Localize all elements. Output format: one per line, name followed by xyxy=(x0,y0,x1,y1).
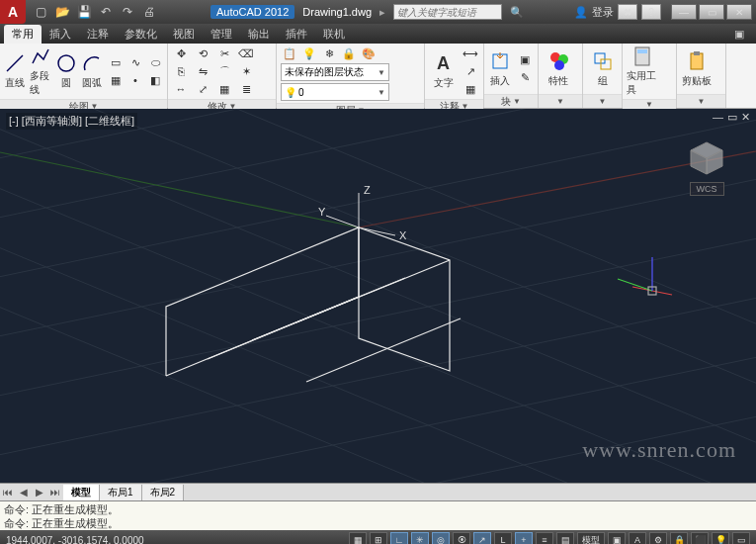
clipboard-button[interactable]: 剪贴板 xyxy=(681,50,713,88)
chevron-down-icon[interactable]: ▼ xyxy=(698,97,706,106)
edit-block-icon[interactable]: ✎ xyxy=(516,70,534,86)
exchange-icon[interactable]: ✖ xyxy=(618,4,637,20)
move-icon[interactable]: ✥ xyxy=(172,45,190,61)
close-button[interactable]: ✕ xyxy=(726,4,752,20)
osnap-toggle[interactable]: ◎ xyxy=(432,532,450,544)
workspace-icon[interactable]: ⚙ xyxy=(649,532,667,544)
scale-icon[interactable]: ⤢ xyxy=(194,81,211,97)
undo-icon[interactable]: ↶ xyxy=(97,3,115,21)
tab-parametric[interactable]: 参数化 xyxy=(117,25,165,44)
tab-online[interactable]: 联机 xyxy=(315,25,353,44)
new-icon[interactable]: ▢ xyxy=(32,3,49,21)
layer-combo[interactable]: 💡0 ▼ xyxy=(281,83,389,101)
ribbon-expand-icon[interactable]: ▣ xyxy=(726,26,752,43)
save-icon[interactable]: 💾 xyxy=(75,3,93,21)
rotate-icon[interactable]: ⟲ xyxy=(194,45,211,61)
tab-home[interactable]: 常用 xyxy=(4,25,42,44)
viewport-minimize-icon[interactable]: — xyxy=(713,111,723,124)
user-icon[interactable]: 👤 xyxy=(574,6,588,19)
3dosnap-toggle[interactable]: ⦿ xyxy=(453,532,470,544)
tab-prev-icon[interactable]: ◀ xyxy=(16,487,32,498)
snap-toggle[interactable]: ▦ xyxy=(349,532,367,544)
tab-insert[interactable]: 插入 xyxy=(42,25,79,44)
explode-icon[interactable]: ✶ xyxy=(237,63,255,79)
otrack-toggle[interactable]: ↗ xyxy=(473,532,491,544)
search-icon[interactable]: 🔍 xyxy=(510,6,524,19)
grid-toggle[interactable]: ⊞ xyxy=(370,532,387,544)
layer-freeze-icon[interactable]: ❄ xyxy=(320,45,338,61)
group-button[interactable]: 组 xyxy=(587,50,618,88)
wcs-label[interactable]: WCS xyxy=(690,182,724,196)
trim-icon[interactable]: ✂ xyxy=(215,45,233,61)
viewcube[interactable] xyxy=(687,138,726,178)
dimension-icon[interactable]: ⟷ xyxy=(462,45,479,61)
dyn-toggle[interactable]: + xyxy=(515,532,533,544)
print-icon[interactable]: 🖨 xyxy=(140,3,158,21)
coordinates[interactable]: 1944.0007, -3016.1574, 0.0000 xyxy=(6,535,184,545)
layer-lock-icon[interactable]: 🔒 xyxy=(340,45,358,61)
tab-first-icon[interactable]: ⏮ xyxy=(0,487,16,498)
annotation-scale-icon[interactable]: A xyxy=(629,532,646,544)
tab-last-icon[interactable]: ⏭ xyxy=(47,487,63,498)
properties-button[interactable]: 特性 xyxy=(543,50,574,88)
tab-layout2[interactable]: 布局2 xyxy=(142,485,185,500)
tpy-toggle[interactable]: ▤ xyxy=(556,532,574,544)
copy-icon[interactable]: ⎘ xyxy=(172,63,190,79)
ellipse-icon[interactable]: ⬭ xyxy=(146,54,164,70)
tab-output[interactable]: 输出 xyxy=(240,25,278,44)
tab-annotate[interactable]: 注释 xyxy=(79,25,117,44)
login-label[interactable]: 登录 xyxy=(592,5,614,20)
tab-manage[interactable]: 管理 xyxy=(203,25,240,44)
chevron-down-icon[interactable]: ▼ xyxy=(556,97,564,106)
polar-toggle[interactable]: ✳ xyxy=(411,532,429,544)
spline-icon[interactable]: ∿ xyxy=(126,54,144,70)
open-icon[interactable]: 📂 xyxy=(53,3,71,21)
tab-layout1[interactable]: 布局1 xyxy=(100,485,142,500)
lock-ui-icon[interactable]: 🔒 xyxy=(670,532,688,544)
utilities-button[interactable]: 实用工具 xyxy=(627,45,658,97)
region-icon[interactable]: ◧ xyxy=(146,72,164,88)
insert-block-button[interactable]: 插入 xyxy=(488,50,512,88)
command-line[interactable]: 命令: 正在重生成模型。 命令: 正在重生成模型。 xyxy=(0,500,756,530)
fillet-icon[interactable]: ⌒ xyxy=(215,63,233,79)
line-button[interactable]: 直线 xyxy=(4,52,26,90)
point-icon[interactable]: • xyxy=(126,72,144,88)
mirror-icon[interactable]: ⇋ xyxy=(194,63,211,79)
layer-color-icon[interactable]: 🎨 xyxy=(360,45,378,61)
redo-icon[interactable]: ↷ xyxy=(119,3,136,21)
tab-next-icon[interactable]: ▶ xyxy=(32,487,47,498)
lwt-toggle[interactable]: ≡ xyxy=(536,532,553,544)
table-icon[interactable]: ▦ xyxy=(462,81,479,97)
quickview-icon[interactable]: ▣ xyxy=(608,532,626,544)
array-icon[interactable]: ▦ xyxy=(215,81,233,97)
ducs-toggle[interactable]: L xyxy=(494,532,512,544)
viewport-close-icon[interactable]: ✕ xyxy=(741,111,750,124)
ortho-toggle[interactable]: ∟ xyxy=(390,532,408,544)
chevron-down-icon[interactable]: ▼ xyxy=(513,97,521,106)
maximize-button[interactable]: ▭ xyxy=(699,4,724,20)
circle-button[interactable]: 圆 xyxy=(55,52,77,90)
model-space-button[interactable]: 模型 xyxy=(577,532,605,544)
drawing-viewport[interactable]: X Y Z [-] [西南等轴测] [二维线框] — ▭ ✕ WCS www.s… xyxy=(0,109,756,483)
chevron-down-icon[interactable]: ▼ xyxy=(645,100,653,109)
search-input[interactable] xyxy=(393,4,502,20)
layer-off-icon[interactable]: 💡 xyxy=(300,45,318,61)
app-logo[interactable]: A xyxy=(0,0,26,24)
leader-icon[interactable]: ↗ xyxy=(462,63,479,79)
hardware-accel-icon[interactable]: ⬛ xyxy=(691,532,709,544)
minimize-button[interactable]: — xyxy=(671,4,697,20)
arc-button[interactable]: 圆弧 xyxy=(81,52,103,90)
layer-state-combo[interactable]: 未保存的图层状态 ▼ xyxy=(281,63,389,81)
clean-screen-icon[interactable]: ▭ xyxy=(732,532,750,544)
help-icon[interactable]: ? xyxy=(641,4,661,20)
tab-model[interactable]: 模型 xyxy=(63,485,100,500)
create-block-icon[interactable]: ▣ xyxy=(516,52,534,68)
hatch-icon[interactable]: ▦ xyxy=(107,72,125,88)
viewport-label[interactable]: [-] [西南等轴测] [二维线框] xyxy=(6,113,137,130)
viewport-maximize-icon[interactable]: ▭ xyxy=(727,111,737,124)
rectangle-icon[interactable]: ▭ xyxy=(107,54,125,70)
stretch-icon[interactable]: ↔ xyxy=(172,81,190,97)
polyline-button[interactable]: 多段线 xyxy=(30,45,51,97)
tab-view[interactable]: 视图 xyxy=(165,25,203,44)
offset-icon[interactable]: ≣ xyxy=(237,81,255,97)
